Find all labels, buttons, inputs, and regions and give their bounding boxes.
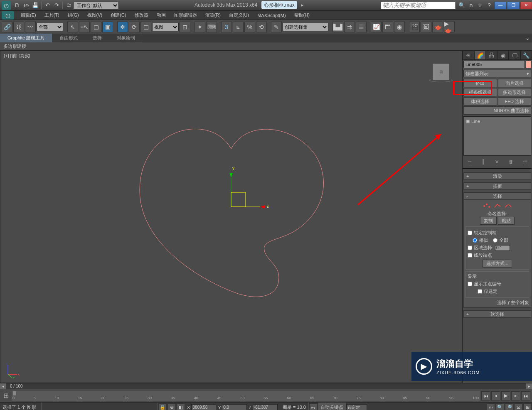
qat-redo-icon[interactable]: ↷ (52, 1, 61, 10)
menu-animation[interactable]: 动画 (153, 11, 170, 20)
modifier-btn-vol-select[interactable]: 体积选择 (463, 97, 497, 106)
all-radio[interactable] (493, 238, 498, 243)
render-icon[interactable]: 🫖 (432, 22, 443, 32)
nav-zoom-all-icon[interactable]: 🔎 (505, 403, 513, 410)
percent-snap-icon[interactable]: % (244, 22, 255, 32)
modifier-btn-ffd-select[interactable]: FFD 选择 (498, 97, 532, 106)
object-color-swatch[interactable] (526, 61, 531, 68)
z-coord-input[interactable] (253, 404, 278, 410)
spinner-snap-icon[interactable]: ⟲ (256, 22, 267, 32)
object-name-input[interactable] (463, 61, 525, 68)
menu-modifiers[interactable]: 修改器 (131, 11, 153, 20)
rollout-soft-select[interactable]: +软选择 (463, 310, 531, 318)
modifier-btn-extrude[interactable]: 挤出 (463, 79, 497, 87)
cp-tab-create[interactable]: ✳ (463, 51, 474, 60)
viewcube[interactable]: 前 (429, 64, 453, 88)
manipulate-icon[interactable]: ✦ (195, 22, 205, 32)
time-slider-thumb[interactable] (12, 391, 17, 396)
edit-named-sel-icon[interactable]: ✎ (271, 22, 282, 32)
scroll-left-icon[interactable]: ◂ (0, 383, 6, 389)
menu-views[interactable]: 视图(V) (83, 11, 107, 20)
heart-spline[interactable]: x y (115, 107, 347, 307)
minimize-button[interactable]: — (495, 2, 506, 9)
segment-end-checkbox[interactable] (468, 253, 472, 258)
lock-selection-icon[interactable]: 🔒 (158, 403, 167, 410)
selection-set-dropdown[interactable] (346, 404, 367, 410)
search-icon[interactable]: 🔍 (458, 1, 466, 10)
align-icon[interactable]: ⇉ (344, 22, 355, 32)
maximize-button[interactable]: ❐ (507, 2, 520, 9)
nav-zoom-extents-icon[interactable]: ⊡ (514, 403, 522, 410)
viewcube-face[interactable]: 前 (433, 64, 449, 80)
vertex-subobj-icon[interactable] (483, 203, 490, 209)
menu-graph-editors[interactable]: 图形编辑器 (170, 11, 201, 20)
unique-icon[interactable]: ∀ (493, 158, 501, 165)
angle-snap-icon[interactable]: ⦝ (233, 22, 244, 32)
show-result-icon[interactable]: ║ (480, 158, 487, 165)
rollout-selection[interactable]: -选择 (463, 192, 531, 200)
title-dropdown-icon[interactable]: ▸ (301, 2, 303, 8)
spline-subobj-icon[interactable] (505, 203, 512, 209)
next-frame-icon[interactable]: ▸ (511, 391, 520, 400)
qat-open-icon[interactable]: 🗁 (22, 1, 30, 10)
goto-end-icon[interactable]: ⏭ (521, 391, 530, 400)
cp-tab-display[interactable]: 🖵 (509, 51, 520, 60)
autokey-button[interactable]: 自动关键点 (318, 403, 346, 410)
time-config-icon[interactable]: ⏲ (487, 403, 495, 410)
material-editor-icon[interactable]: ◉ (394, 22, 405, 32)
modifier-btn-spline-select[interactable]: 样条线选择 (463, 88, 497, 96)
remove-mod-icon[interactable]: 🗑 (507, 158, 515, 165)
layer-manager-icon[interactable]: ☰ (356, 22, 367, 32)
area-select-checkbox[interactable] (468, 246, 472, 250)
stack-expand-icon[interactable]: ▣ (466, 118, 470, 124)
x-coord-input[interactable] (191, 404, 216, 410)
viewcube-ring[interactable] (429, 78, 453, 82)
absolute-mode-icon[interactable]: ⊕ (167, 403, 176, 410)
modifier-btn-nurbs[interactable]: NURBS 曲面选择 (463, 106, 531, 115)
menu-maxscript[interactable]: MAXScript(M) (253, 12, 290, 19)
comm-center-icon[interactable]: ⋔ (467, 1, 475, 10)
move-icon[interactable]: ✥ (117, 22, 128, 32)
paste-named-sel-button[interactable]: 粘贴 (498, 217, 515, 225)
app-logo-icon[interactable]: ◴ (2, 11, 14, 20)
modifier-btn-poly-select[interactable]: 多边形选择 (498, 88, 532, 96)
rotate-icon[interactable]: ⟳ (129, 22, 140, 32)
show-vertex-num-checkbox[interactable] (468, 282, 472, 286)
ref-coord-select[interactable]: 视图 (152, 23, 179, 31)
rollout-render[interactable]: +渲染 (463, 172, 531, 180)
time-slider[interactable]: 0510152025303540455055606570758085909510… (12, 391, 480, 401)
ribbon-tab-freeform[interactable]: 自由形式 (52, 34, 85, 42)
select-mode-button[interactable]: 选择方式... (483, 260, 512, 268)
app-menu-icon[interactable]: ◴ (2, 1, 11, 10)
only-selected-checkbox[interactable] (478, 289, 482, 294)
scroll-right-icon[interactable]: ▸ (526, 383, 532, 389)
qat-project-icon[interactable]: 🗂 (64, 1, 73, 10)
window-crossing-icon[interactable]: ▣ (102, 22, 113, 32)
qat-new-icon[interactable]: 🗋 (13, 1, 21, 10)
ribbon-panel-label[interactable]: 多边形建模 (3, 43, 26, 49)
ribbon-collapse-icon[interactable]: ⌄ (523, 34, 532, 42)
keyboard-shortcut-icon[interactable]: ⌨ (206, 22, 217, 32)
segment-subobj-icon[interactable] (494, 203, 501, 209)
key-mode-icon[interactable]: 🗝 (309, 403, 318, 410)
snap-toggle-icon[interactable]: 3 (221, 22, 232, 32)
curve-editor-icon[interactable]: 📈 (371, 22, 382, 32)
favorites-icon[interactable]: ☆ (476, 1, 484, 10)
goto-start-icon[interactable]: ⏮ (481, 391, 490, 400)
viewport-front[interactable]: [+] [前] [真实] 前 x y x z y (0, 51, 462, 383)
selection-filter-select[interactable]: 全部 (37, 23, 63, 31)
ribbon-tab-paint[interactable]: 对象绘制 (109, 34, 143, 42)
play-icon[interactable]: ▶ (501, 391, 510, 400)
menu-tools[interactable]: 工具(T) (40, 11, 64, 20)
pivot-center-icon[interactable]: ⊡ (180, 22, 190, 32)
menu-customize[interactable]: 自定义(U) (225, 11, 253, 20)
trackbar-icon[interactable]: ⊞ (0, 390, 12, 402)
cp-tab-modify[interactable]: 🌈 (474, 51, 486, 60)
nav-zoom-extents-all-icon[interactable]: ⊞ (523, 403, 532, 410)
similar-radio[interactable] (473, 238, 477, 243)
menu-help[interactable]: 帮助(H) (290, 11, 314, 20)
named-selection-select[interactable]: 创建选择集 (283, 23, 328, 31)
render-setup-icon[interactable]: 🎬 (409, 22, 420, 32)
rendered-frame-icon[interactable]: 🖼 (421, 22, 431, 32)
bind-spacewarp-icon[interactable]: 〰 (25, 22, 36, 32)
